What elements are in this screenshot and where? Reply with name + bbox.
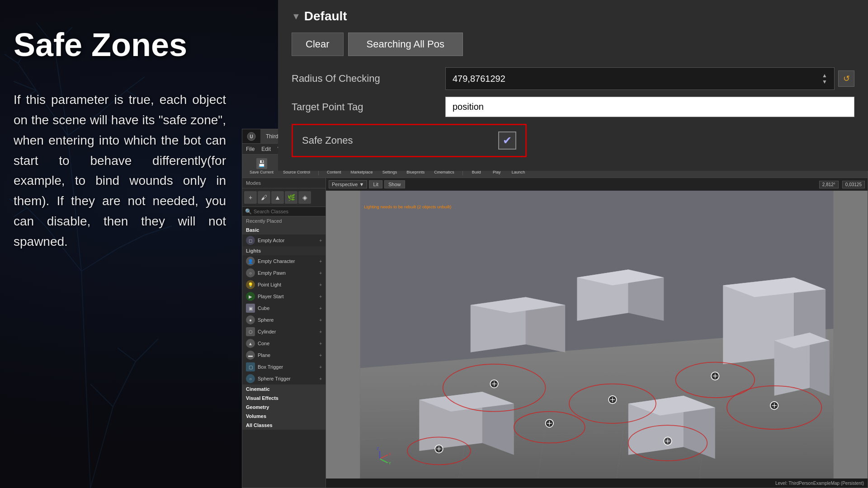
empty-character-label: Empty Character — [258, 258, 295, 264]
cone-add[interactable]: + — [319, 341, 322, 346]
mode-geometry[interactable]: ◈ — [298, 191, 311, 204]
box-top-center — [577, 270, 664, 321]
mode-landscape[interactable]: ▲ — [271, 191, 284, 204]
list-item-sphere-trigger[interactable]: ○ Sphere Trigger + — [242, 373, 326, 385]
mode-paint[interactable]: 🖌 — [258, 191, 270, 204]
radius-input[interactable]: 479,8761292 ▲ ▼ — [445, 67, 835, 90]
tag-row: Target Point Tag position — [292, 97, 854, 117]
category-recently-placed[interactable]: Recently Placed — [242, 216, 326, 225]
list-item-player-start[interactable]: ▶ Player Start + — [242, 291, 326, 302]
3d-scene: X Y Z Lighting needs to be rebuilt (2 ob… — [326, 191, 868, 479]
zoom-value: 2,812° — [822, 182, 835, 187]
cube-label: Cube — [258, 305, 269, 311]
box-trigger-icon: ▢ — [246, 362, 255, 371]
description-text: If this parameter is true, each object o… — [14, 90, 226, 252]
box-center-left — [471, 297, 565, 352]
category-lights[interactable]: Lights — [242, 246, 326, 255]
list-item-cube[interactable]: ▣ Cube + — [242, 302, 326, 314]
settings-panel: ▼ Default Clear Searching All Pos Radius… — [278, 0, 868, 171]
safe-zones-row: Safe Zones ✔ — [292, 124, 527, 157]
category-basic[interactable]: Basic — [242, 225, 326, 235]
box-trigger-add[interactable]: + — [319, 365, 322, 370]
modes-label: Modes — [246, 180, 261, 186]
empty-actor-icon: ◻ — [246, 236, 255, 245]
search-icon: 🔍 — [245, 208, 252, 215]
sphere-trigger-icon: ○ — [246, 374, 255, 383]
sphere-trigger-label: Sphere Trigger — [258, 376, 291, 381]
tag-input[interactable]: position — [445, 97, 854, 117]
list-item-box-trigger[interactable]: ▢ Box Trigger + — [242, 361, 326, 373]
editor-main-area: Modes + 🖌 ▲ 🌿 ◈ 🔍 Recently Placed Basic … — [242, 178, 868, 488]
safe-zones-checkbox[interactable]: ✔ — [498, 131, 516, 150]
svg-text:X: X — [388, 452, 391, 456]
list-item-empty-actor[interactable]: ◻ Empty Actor + — [242, 235, 326, 246]
search-bar: 🔍 — [242, 207, 326, 216]
save-icon: 💾 — [256, 158, 267, 169]
category-visual-effects[interactable]: Visual Effects — [242, 394, 326, 403]
list-item-sphere[interactable]: ● Sphere + — [242, 314, 326, 326]
menu-file[interactable]: File — [246, 146, 255, 152]
point-light-add[interactable]: + — [319, 282, 322, 287]
page-title: Safe Zones — [14, 27, 226, 63]
plane-label: Plane — [258, 352, 270, 358]
plane-add[interactable]: + — [319, 353, 322, 358]
modes-list: Recently Placed Basic ◻ Empty Actor + Li… — [242, 216, 326, 488]
player-start-add[interactable]: + — [319, 294, 322, 299]
sphere-add[interactable]: + — [319, 318, 322, 323]
radius-value: 479,8761292 — [453, 74, 505, 84]
category-volumes[interactable]: Volumes — [242, 412, 326, 421]
list-item-plane[interactable]: ▬ Plane + — [242, 349, 326, 361]
svg-text:Lighting needs to be rebuilt (: Lighting needs to be rebuilt (2 objects … — [364, 204, 451, 209]
viewport-type-dropdown[interactable]: Perspective ▼ — [329, 180, 367, 188]
plane-icon: ▬ — [246, 351, 255, 360]
empty-pawn-add[interactable]: + — [319, 271, 322, 276]
sphere-trigger-add[interactable]: + — [319, 376, 322, 381]
perspective-arrow: ▼ — [359, 182, 364, 187]
empty-character-add[interactable]: + — [319, 259, 322, 264]
category-all-classes[interactable]: All Classes — [242, 421, 326, 430]
lit-label: Lit — [373, 182, 378, 187]
show-button[interactable]: Show — [384, 180, 405, 188]
radius-reset-button[interactable]: ↺ — [838, 70, 854, 87]
scene-svg: X Y Z Lighting needs to be rebuilt (2 ob… — [326, 191, 868, 479]
list-item-point-light[interactable]: 💡 Point Light + — [242, 279, 326, 291]
category-geometry[interactable]: Geometry — [242, 403, 326, 412]
toolbar-save[interactable]: 💾 Save Current — [246, 156, 277, 176]
searching-all-pos-button[interactable]: Searching All Pos — [348, 33, 463, 56]
search-input[interactable] — [254, 209, 323, 214]
lit-button[interactable]: Lit — [369, 180, 382, 188]
empty-actor-add[interactable]: + — [319, 238, 322, 243]
tag-value: position — [453, 102, 484, 112]
input-spinners[interactable]: ▲ ▼ — [822, 72, 827, 85]
cylinder-label: Cylinder — [258, 329, 276, 334]
empty-character-icon: 👤 — [246, 257, 255, 266]
list-item-cone[interactable]: ▲ Cone + — [242, 338, 326, 349]
collapse-arrow[interactable]: ▼ — [292, 11, 301, 22]
cylinder-icon: ⬡ — [246, 327, 255, 336]
clear-button[interactable]: Clear — [292, 33, 344, 56]
list-item-cylinder[interactable]: ⬡ Cylinder + — [242, 326, 326, 338]
show-label: Show — [388, 182, 401, 187]
ue-logo: U — [245, 130, 258, 143]
tag-label: Target Point Tag — [292, 101, 445, 113]
cube-add[interactable]: + — [319, 306, 322, 311]
sphere-label: Sphere — [258, 317, 274, 323]
mode-place[interactable]: + — [244, 191, 257, 204]
mode-foliage[interactable]: 🌿 — [285, 191, 297, 204]
safe-zones-label: Safe Zones — [302, 135, 353, 146]
list-item-empty-character[interactable]: 👤 Empty Character + — [242, 255, 326, 267]
viewport[interactable]: Perspective ▼ Lit Show 2,812° 0,03125 — [326, 178, 868, 488]
status-text: Level: ThirdPersonExampleMap (Persistent… — [775, 481, 864, 486]
perspective-label: Perspective — [332, 182, 358, 187]
radius-label: Radius Of Checking — [292, 73, 445, 84]
grid-stat: 0,03125 — [842, 181, 865, 188]
menu-edit[interactable]: Edit — [261, 146, 271, 152]
ue-editor: U ThirdPersonExampleMap* ✕ BP_PositionGe… — [242, 129, 868, 488]
cone-label: Cone — [258, 341, 269, 346]
point-light-icon: 💡 — [246, 280, 255, 289]
cube-icon: ▣ — [246, 304, 255, 313]
list-item-empty-pawn[interactable]: ○ Empty Pawn + — [242, 267, 326, 279]
cylinder-add[interactable]: + — [319, 329, 322, 334]
category-cinematic[interactable]: Cinematic — [242, 385, 326, 394]
save-label: Save Current — [250, 170, 274, 174]
